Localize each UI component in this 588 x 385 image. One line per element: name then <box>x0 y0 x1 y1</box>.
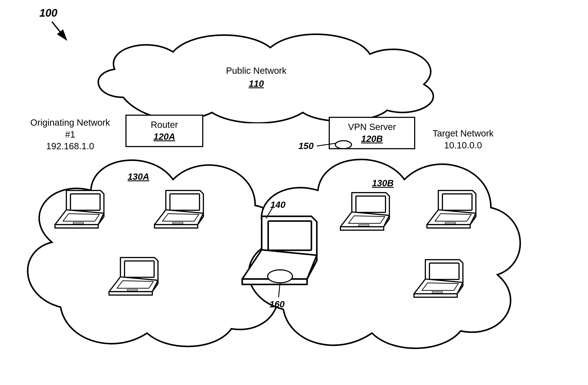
center-marker-leader <box>275 281 288 301</box>
laptop-icon <box>337 190 394 234</box>
router-title: Router <box>151 119 178 131</box>
laptop-icon <box>106 255 162 299</box>
center-marker-ref: 160 <box>270 299 285 310</box>
vpn-ref: 120B <box>361 133 383 145</box>
figure-ref-arrow <box>48 17 74 43</box>
laptop-icon <box>151 188 208 232</box>
svg-line-0 <box>52 22 65 38</box>
originating-cloud-ref: 130A <box>127 171 149 183</box>
router-ref: 120A <box>153 131 175 143</box>
vpn-marker-leader <box>315 138 341 149</box>
svg-line-5 <box>266 208 273 218</box>
public-network-title: Public Network <box>226 65 287 77</box>
laptop-icon <box>424 188 480 232</box>
svg-line-6 <box>278 282 280 298</box>
laptop-icon <box>411 257 467 301</box>
diagram-stage: 100 Public Network 110 Router 120A VPN S… <box>0 0 588 385</box>
target-label: Target Network 10.10.0.0 <box>433 128 493 151</box>
vpn-title: VPN Server <box>348 121 396 133</box>
svg-line-1 <box>317 143 336 146</box>
center-laptop-leader <box>263 206 280 221</box>
router-box: Router 120A <box>126 115 203 147</box>
laptop-icon <box>52 188 108 232</box>
originating-label: Originating Network #1 192.168.1.0 <box>30 117 110 152</box>
vpn-marker-ref: 150 <box>298 140 314 152</box>
target-cloud-ref: 130B <box>372 177 394 189</box>
public-network-ref: 110 <box>249 78 264 90</box>
